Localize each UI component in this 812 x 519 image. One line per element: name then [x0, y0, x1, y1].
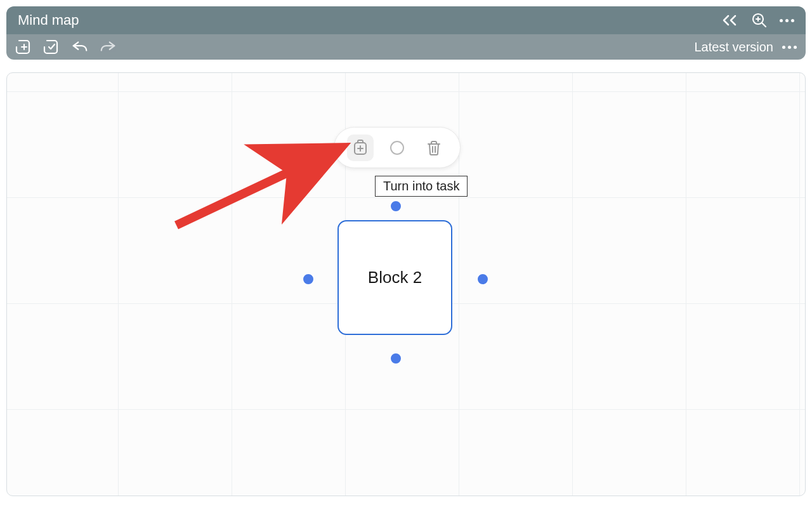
connection-handle-right[interactable]	[476, 273, 489, 286]
svg-line-1	[762, 23, 766, 27]
svg-point-9	[391, 141, 403, 154]
page-title: Mind map	[18, 12, 79, 29]
connection-handle-bottom[interactable]	[390, 352, 402, 365]
tooltip-text: Turn into task	[383, 179, 459, 193]
add-node-icon[interactable]	[15, 38, 33, 56]
toolbar: Mind map	[6, 6, 806, 60]
undo-icon[interactable]	[71, 38, 89, 56]
zoom-in-icon[interactable]	[750, 11, 768, 29]
color-button[interactable]	[384, 135, 410, 161]
delete-button[interactable]	[421, 135, 447, 161]
toolbar-bottom-row: Latest version	[6, 34, 806, 60]
connection-handle-top[interactable]	[390, 200, 402, 213]
more-menu-icon[interactable]	[780, 19, 794, 22]
toolbar-top-row: Mind map	[6, 6, 806, 34]
collapse-icon[interactable]	[721, 11, 739, 29]
redo-icon[interactable]	[99, 38, 117, 56]
version-label[interactable]: Latest version	[694, 40, 773, 55]
version-more-icon[interactable]	[782, 46, 797, 49]
tooltip: Turn into task	[375, 176, 468, 197]
task-check-icon[interactable]	[43, 38, 61, 56]
connection-handle-left[interactable]	[302, 273, 315, 286]
mindmap-block[interactable]: Block 2	[337, 220, 452, 335]
canvas[interactable]: Block 2 Turn into task	[6, 72, 806, 496]
turn-into-task-button[interactable]	[347, 135, 374, 161]
block-label: Block 2	[368, 268, 422, 287]
block-action-popup	[334, 127, 461, 168]
